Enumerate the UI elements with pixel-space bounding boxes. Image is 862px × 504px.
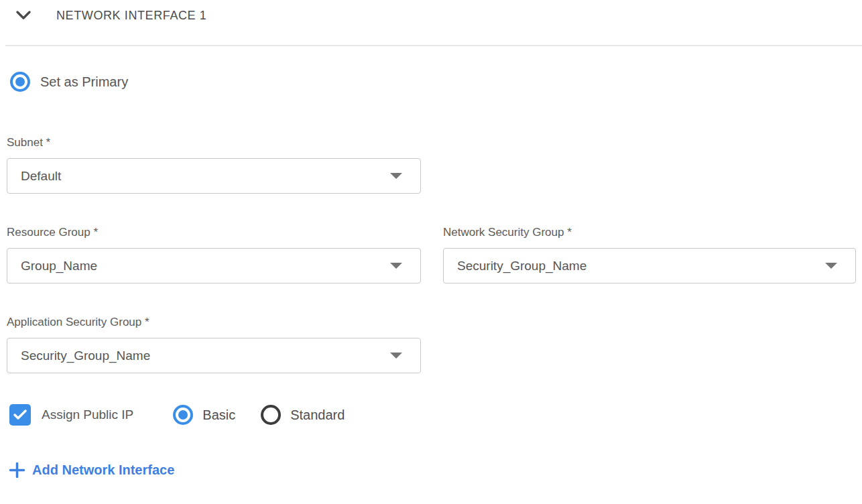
checkmark-icon[interactable] (9, 404, 31, 426)
sku-standard-radio[interactable]: Standard (261, 405, 345, 425)
sku-standard-label: Standard (290, 407, 345, 423)
caret-down-icon (390, 353, 402, 359)
assign-public-ip-checkbox[interactable]: Assign Public IP (9, 404, 133, 426)
caret-down-icon (390, 263, 402, 269)
sku-basic-label: Basic (202, 407, 235, 423)
field-network-security-group: Network Security Group * Security_Group_… (443, 226, 856, 284)
public-ip-options-row: Assign Public IP Basic Standard (9, 404, 856, 426)
field-application-security-group: Application Security Group * Security_Gr… (7, 316, 421, 373)
form-grid: Subnet * Default Resource Group * Group_… (7, 136, 856, 373)
sku-basic-radio[interactable]: Basic (173, 405, 235, 425)
subnet-label: Subnet * (7, 136, 421, 150)
add-network-interface-link[interactable]: Add Network Interface (9, 462, 174, 478)
field-subnet: Subnet * Default (7, 136, 421, 194)
caret-down-icon (390, 173, 402, 179)
subnet-select-value: Default (21, 169, 61, 184)
application-security-group-label: Application Security Group * (7, 316, 421, 330)
grid-spacer (443, 136, 856, 194)
set-as-primary-label: Set as Primary (40, 74, 128, 90)
radio-selected-icon[interactable] (10, 72, 30, 92)
network-security-group-select-value: Security_Group_Name (457, 259, 587, 273)
subnet-select[interactable]: Default (7, 158, 421, 194)
network-security-group-label: Network Security Group * (443, 226, 856, 240)
resource-group-label: Resource Group * (7, 226, 421, 240)
network-interface-panel: NETWORK INTERFACE 1 Set as Primary Subne… (0, 0, 862, 478)
caret-down-icon (825, 263, 837, 269)
section-title: NETWORK INTERFACE 1 (56, 9, 206, 23)
radio-selected-icon[interactable] (173, 405, 193, 425)
application-security-group-select-value: Security_Group_Name (21, 349, 150, 363)
resource-group-select[interactable]: Group_Name (7, 248, 421, 284)
set-as-primary-radio[interactable]: Set as Primary (10, 72, 128, 92)
grid-spacer (443, 316, 856, 373)
plus-icon (9, 462, 25, 478)
section-divider (5, 45, 862, 46)
chevron-down-icon[interactable] (15, 10, 32, 21)
radio-unselected-icon[interactable] (261, 405, 281, 425)
section-header[interactable]: NETWORK INTERFACE 1 (7, 8, 856, 23)
resource-group-select-value: Group_Name (21, 259, 97, 273)
assign-public-ip-label: Assign Public IP (42, 407, 133, 422)
field-resource-group: Resource Group * Group_Name (7, 226, 421, 284)
application-security-group-select[interactable]: Security_Group_Name (7, 338, 421, 373)
network-security-group-select[interactable]: Security_Group_Name (443, 248, 856, 284)
add-network-interface-label: Add Network Interface (32, 462, 174, 478)
